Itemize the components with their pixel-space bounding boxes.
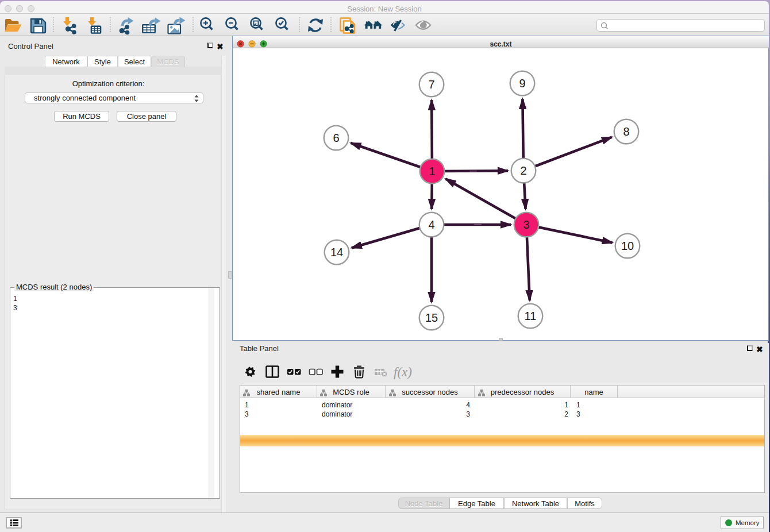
svg-text:7: 7 bbox=[428, 78, 434, 91]
svg-text:3: 3 bbox=[523, 218, 529, 231]
svg-text:8: 8 bbox=[623, 125, 629, 138]
svg-text:Memory: Memory bbox=[736, 519, 760, 526]
svg-text:11: 11 bbox=[525, 310, 537, 322]
svg-text:1: 1 bbox=[429, 165, 435, 178]
svg-text:10: 10 bbox=[621, 240, 634, 252]
svg-text:15: 15 bbox=[425, 311, 438, 324]
svg-text:f(x): f(x) bbox=[394, 365, 412, 379]
svg-text:6: 6 bbox=[333, 132, 339, 144]
svg-text:14: 14 bbox=[330, 246, 343, 259]
svg-text:4: 4 bbox=[428, 218, 434, 231]
svg-text:2: 2 bbox=[520, 164, 526, 177]
svg-text:9: 9 bbox=[519, 77, 525, 90]
